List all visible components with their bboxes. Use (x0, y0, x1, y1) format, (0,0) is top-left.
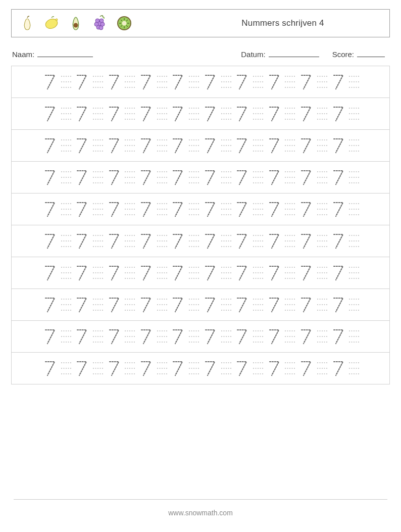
trace-digit-7[interactable] (170, 167, 186, 188)
writing-guide[interactable] (314, 167, 330, 188)
trace-digit-7[interactable] (266, 294, 282, 315)
writing-guide[interactable] (122, 262, 138, 283)
writing-guide[interactable] (58, 294, 74, 315)
writing-guide[interactable] (218, 199, 234, 220)
trace-digit-7[interactable] (106, 230, 122, 252)
writing-guide[interactable] (250, 199, 266, 220)
writing-guide[interactable] (154, 358, 170, 379)
trace-digit-7[interactable] (138, 103, 154, 124)
trace-digit-7[interactable] (202, 103, 218, 124)
writing-guide[interactable] (314, 294, 330, 315)
trace-digit-7[interactable] (234, 167, 250, 188)
writing-guide[interactable] (58, 103, 74, 124)
trace-digit-7[interactable] (298, 358, 314, 379)
writing-guide[interactable] (90, 326, 106, 347)
trace-digit-7[interactable] (106, 71, 122, 92)
writing-guide[interactable] (186, 135, 202, 156)
trace-digit-7[interactable] (234, 262, 250, 283)
writing-guide[interactable] (346, 358, 362, 379)
writing-guide[interactable] (218, 358, 234, 379)
trace-digit-7[interactable] (42, 167, 58, 188)
score-blank[interactable] (357, 49, 385, 57)
trace-digit-7[interactable] (266, 358, 282, 379)
writing-guide[interactable] (90, 135, 106, 156)
trace-digit-7[interactable] (234, 358, 250, 379)
writing-guide[interactable] (250, 167, 266, 188)
trace-digit-7[interactable] (42, 71, 58, 92)
writing-guide[interactable] (218, 230, 234, 252)
trace-digit-7[interactable] (74, 71, 90, 92)
writing-guide[interactable] (250, 71, 266, 92)
writing-guide[interactable] (282, 199, 298, 220)
writing-guide[interactable] (90, 262, 106, 283)
writing-guide[interactable] (314, 71, 330, 92)
writing-guide[interactable] (346, 167, 362, 188)
trace-digit-7[interactable] (74, 294, 90, 315)
trace-digit-7[interactable] (202, 294, 218, 315)
writing-guide[interactable] (218, 326, 234, 347)
writing-guide[interactable] (250, 262, 266, 283)
writing-guide[interactable] (218, 71, 234, 92)
writing-guide[interactable] (90, 230, 106, 252)
writing-guide[interactable] (282, 294, 298, 315)
trace-digit-7[interactable] (106, 294, 122, 315)
trace-digit-7[interactable] (266, 326, 282, 347)
trace-digit-7[interactable] (138, 199, 154, 220)
trace-digit-7[interactable] (298, 71, 314, 92)
trace-digit-7[interactable] (106, 199, 122, 220)
writing-guide[interactable] (154, 294, 170, 315)
trace-digit-7[interactable] (138, 135, 154, 156)
trace-digit-7[interactable] (138, 230, 154, 252)
trace-digit-7[interactable] (106, 326, 122, 347)
trace-digit-7[interactable] (42, 230, 58, 252)
writing-guide[interactable] (186, 262, 202, 283)
writing-guide[interactable] (346, 199, 362, 220)
trace-digit-7[interactable] (202, 135, 218, 156)
writing-guide[interactable] (186, 230, 202, 252)
writing-guide[interactable] (282, 262, 298, 283)
writing-guide[interactable] (314, 358, 330, 379)
writing-guide[interactable] (346, 71, 362, 92)
trace-digit-7[interactable] (266, 167, 282, 188)
trace-digit-7[interactable] (234, 294, 250, 315)
trace-digit-7[interactable] (298, 294, 314, 315)
writing-guide[interactable] (346, 230, 362, 252)
name-blank[interactable] (37, 49, 93, 57)
trace-digit-7[interactable] (170, 326, 186, 347)
trace-digit-7[interactable] (170, 262, 186, 283)
writing-guide[interactable] (186, 294, 202, 315)
trace-digit-7[interactable] (330, 135, 346, 156)
trace-digit-7[interactable] (330, 230, 346, 252)
writing-guide[interactable] (122, 103, 138, 124)
trace-digit-7[interactable] (266, 135, 282, 156)
writing-guide[interactable] (218, 294, 234, 315)
writing-guide[interactable] (154, 262, 170, 283)
writing-guide[interactable] (58, 262, 74, 283)
trace-digit-7[interactable] (202, 262, 218, 283)
trace-digit-7[interactable] (298, 262, 314, 283)
trace-digit-7[interactable] (170, 199, 186, 220)
trace-digit-7[interactable] (202, 199, 218, 220)
writing-guide[interactable] (122, 358, 138, 379)
trace-digit-7[interactable] (330, 167, 346, 188)
writing-guide[interactable] (218, 262, 234, 283)
trace-digit-7[interactable] (298, 326, 314, 347)
writing-guide[interactable] (90, 358, 106, 379)
writing-guide[interactable] (122, 294, 138, 315)
trace-digit-7[interactable] (330, 358, 346, 379)
trace-digit-7[interactable] (298, 135, 314, 156)
writing-guide[interactable] (154, 199, 170, 220)
writing-guide[interactable] (90, 103, 106, 124)
trace-digit-7[interactable] (330, 103, 346, 124)
writing-guide[interactable] (154, 71, 170, 92)
trace-digit-7[interactable] (74, 167, 90, 188)
trace-digit-7[interactable] (170, 230, 186, 252)
trace-digit-7[interactable] (234, 135, 250, 156)
trace-digit-7[interactable] (330, 71, 346, 92)
writing-guide[interactable] (346, 262, 362, 283)
writing-guide[interactable] (250, 230, 266, 252)
trace-digit-7[interactable] (74, 230, 90, 252)
writing-guide[interactable] (122, 167, 138, 188)
writing-guide[interactable] (282, 103, 298, 124)
trace-digit-7[interactable] (170, 135, 186, 156)
